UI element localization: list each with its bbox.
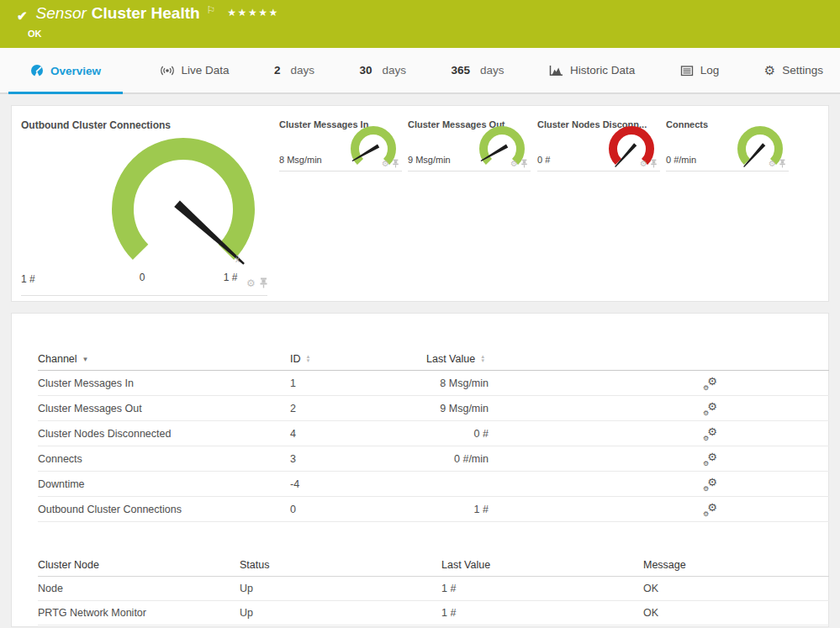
channel-id: 2 [290,403,426,414]
sort-icon: ▲▼ [306,355,311,363]
channel-id: 4 [290,428,426,440]
average-marker: x̄ [235,255,240,264]
channel-name[interactable]: Cluster Messages Out [38,403,290,414]
cluster-node-table-header: Cluster Node Status Last Value Message [38,554,829,577]
tab-log[interactable]: Log [672,48,728,92]
gauge-tools: ⚙ [640,159,658,168]
column-header-cluster-node: Cluster Node [38,559,240,571]
column-header-id[interactable]: ID▲▼ [290,353,426,365]
channel-id: -4 [290,478,426,490]
table-row: Downtime -4 ⚙ ⚙ [38,472,829,497]
column-header-last-value[interactable]: Last Value▲▼ [426,353,489,365]
gauge-tools: ⚙ [510,159,528,168]
gauges-panel: Outbound Cluster Connections x̄ 1 # 0 1 … [11,105,829,302]
channel-table-header: Channel▼ ID▲▼ Last Value▲▼ [38,347,829,371]
gauge-value: 9 Msg/min [408,155,451,165]
tab-30-days[interactable]: 30 days [351,48,415,92]
status-ok-check-icon: ✔ [17,8,28,24]
column-header-channel[interactable]: Channel▼ [38,353,290,365]
gauge-cluster-messages-out: Cluster Messages Out 9 Msg/min ⚙ [408,106,531,303]
channel-settings-gears-icon[interactable]: ⚙ ⚙ [704,503,717,516]
node-last-value: 1 # [441,607,643,619]
table-row: PRTG Network Monitor Up 1 # OK [38,601,829,625]
divider [537,171,660,172]
gauge-tools: ⚙ [382,159,399,168]
main-gauge-current-value: 1 # [21,273,35,285]
channel-name[interactable]: Connects [38,453,290,465]
table-row: Connects 3 0 #/min ⚙ ⚙ [38,446,829,472]
gear-icon[interactable]: ⚙ [510,160,518,168]
channel-settings-gears-icon[interactable]: ⚙ ⚙ [704,478,717,491]
tab-overview[interactable]: Overview [8,50,123,94]
gauge-dial [602,119,661,178]
main-gauge-tools: ⚙ [246,277,268,288]
gear-icon[interactable]: ⚙ [769,160,776,168]
node-status: Up [240,583,441,594]
gauge-dial [344,119,403,178]
tab-settings[interactable]: ⚙ Settings [756,48,832,92]
channel-last-value: 8 Msg/min [426,377,489,389]
tab-label: Overview [50,65,101,77]
gauge-cluster-nodes-disconnected: Cluster Nodes Disconn... 0 # ⚙ [537,106,660,303]
channel-settings-gears-icon[interactable]: ⚙ ⚙ [704,377,717,390]
channel-id: 0 [290,504,426,515]
pin-icon[interactable] [650,159,658,168]
channel-settings-gears-icon[interactable]: ⚙ ⚙ [704,427,717,441]
log-list-icon [680,64,694,77]
priority-stars[interactable]: ★★★★★ [227,7,278,18]
pin-icon[interactable] [520,159,528,168]
node-last-value: 1 # [441,583,643,594]
gear-icon[interactable]: ⚙ [246,278,256,288]
tab-label: Live Data [182,64,230,77]
main-gauge [99,125,267,293]
pin-icon[interactable] [259,277,268,288]
channel-name[interactable]: Downtime [38,478,290,490]
gauge-dial [731,119,790,178]
table-row: Outbound Cluster Connections 0 1 # ⚙ ⚙ [38,497,829,522]
node-name[interactable]: PRTG Network Monitor [38,607,240,619]
column-header-message: Message [643,559,829,571]
channel-name[interactable]: Cluster Messages In [38,377,290,389]
gauge-value: 8 Msg/min [279,155,322,165]
flag-icon[interactable]: ⚐ [207,4,216,16]
divider [21,295,267,296]
status-badge: OK [28,29,42,39]
tab-bar: Overview Live Data 2 days 30 days 365 da… [0,48,840,94]
tab-historic-data[interactable]: Historic Data [541,48,643,92]
node-name[interactable]: Node [38,583,240,594]
tab-365-days[interactable]: 365 days [443,48,513,92]
gear-icon: ⚙ [764,63,775,78]
gauge-connects: Connects 0 #/min ⚙ [666,106,789,303]
page-title: Cluster Health [92,4,200,23]
channel-table: Channel▼ ID▲▼ Last Value▲▼ Cluster Messa… [38,347,829,522]
divider [408,171,531,172]
gauge-icon [30,64,44,77]
gauge-tools: ⚙ [769,159,786,168]
pin-icon[interactable] [392,159,399,168]
channel-id: 3 [290,453,426,465]
gear-icon[interactable]: ⚙ [382,160,389,168]
cluster-node-table: Cluster Node Status Last Value Message N… [38,554,829,625]
tab-2-days[interactable]: 2 days [266,48,323,92]
node-message: OK [643,583,829,594]
channel-last-value: 1 # [426,504,489,515]
divider [279,171,402,172]
channel-name[interactable]: Outbound Cluster Connections [38,504,290,515]
node-message: OK [643,607,829,619]
channel-settings-gears-icon[interactable]: ⚙ ⚙ [704,402,717,415]
tab-label: Log [700,64,720,77]
channel-last-value: 0 # [426,428,489,440]
sort-desc-icon: ▼ [82,356,89,363]
object-kind-label: Sensor [36,4,87,23]
tab-live-data[interactable]: Live Data [151,48,238,92]
channel-id: 1 [290,377,426,389]
gear-icon[interactable]: ⚙ [640,160,647,168]
gauge-value: 0 #/min [666,155,696,165]
table-row: Cluster Messages Out 2 9 Msg/min ⚙ ⚙ [38,396,829,421]
channel-settings-gears-icon[interactable]: ⚙ ⚙ [704,452,717,466]
tab-label: Historic Data [570,64,635,77]
gauge-cluster-messages-in: Cluster Messages In 8 Msg/min ⚙ [279,106,402,303]
pin-icon[interactable] [779,159,786,168]
channel-name[interactable]: Cluster Nodes Disconnected [38,428,290,440]
gauge-dial [473,119,531,178]
